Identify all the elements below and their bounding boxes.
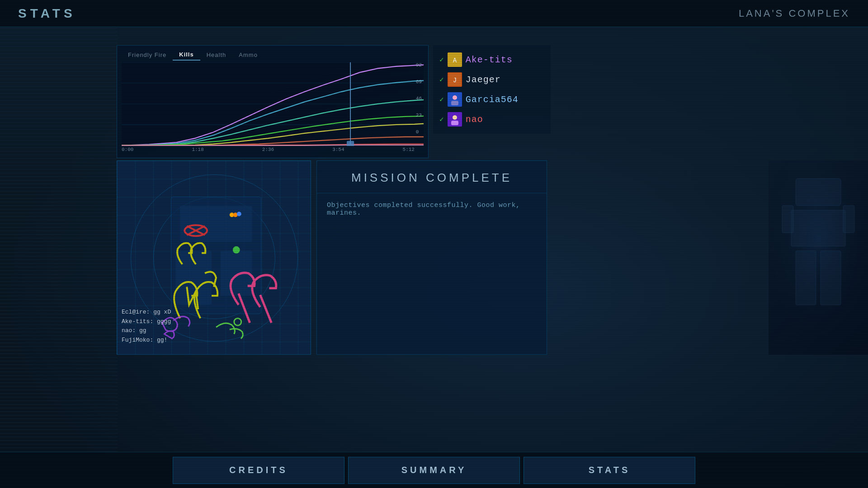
svg-rect-33 [796,178,841,206]
tab-kills[interactable]: Kills [173,49,200,61]
player-name-1: Ake-tits [466,55,513,65]
chart-area: 92 69 46 23 0 [122,62,424,146]
player-avatar-1: A [448,52,462,67]
y-label-69: 69 [416,79,422,84]
bottom-bar: CREDITS SUMMARY STATS [0,452,868,488]
player-row-2: ✓ J Jaeger [438,70,546,89]
svg-rect-17 [451,121,458,125]
mission-objective: Objectives completed successfully. Good … [317,193,547,225]
player-avatar-3 [448,92,462,107]
player-row-4: ✓ nao [438,109,546,129]
header: STATS LANA'S COMPLEX [0,0,868,27]
x-label-0: 0:00 [122,147,133,152]
chart-svg [122,62,424,146]
svg-point-31 [233,246,240,253]
svg-rect-19 [180,206,252,242]
player-check-2: ✓ [439,75,444,84]
y-axis-labels: 92 69 46 23 0 [416,62,422,135]
map-name: LANA'S COMPLEX [739,8,850,19]
tab-ammo[interactable]: Ammo [232,49,264,61]
player-row-1: ✓ A Ake-tits [438,50,546,70]
players-panel: ✓ A Ake-tits ✓ J Jaeger ✓ Garcia564 ✓ [433,45,551,134]
svg-point-30 [237,211,241,216]
player-avatar-2: J [448,72,462,87]
chat-message-3: nao: gg [122,326,171,336]
y-label-92: 92 [416,62,422,68]
player-avatar-4 [448,112,462,127]
credits-button[interactable]: CREDITS [173,457,344,484]
x-axis-labels: 0:00 1:18 2:36 3:54 5:12 [117,146,428,152]
chat-message-4: FujiMoko: gg! [122,336,171,345]
mission-title: MISSION COMPLETE [317,161,547,193]
map-section: Ecl@ire: gg xD Ake-tits: gggg nao: gg Fu… [117,160,311,355]
mission-panel: MISSION COMPLETE Objectives completed su… [316,160,547,355]
mech-silhouette [769,160,868,355]
chat-message-1: Ecl@ire: gg xD [122,308,171,317]
svg-rect-37 [796,251,816,305]
player-name-4: nao [466,114,483,125]
x-label-2: 2:36 [262,147,274,152]
player-name-2: Jaeger [466,75,501,85]
map-inner: Ecl@ire: gg xD Ake-tits: gggg nao: gg Fu… [117,161,311,354]
svg-text:A: A [453,57,457,64]
y-label-46: 46 [416,96,422,101]
y-label-0: 0 [416,129,422,135]
stats-button[interactable]: STATS [524,457,695,484]
mech-area [769,160,868,355]
chart-section: Friendly Fire Kills Health Ammo [117,45,429,158]
chat-message-2: Ake-tits: gggg [122,317,171,327]
y-label-23: 23 [416,113,422,118]
player-name-3: Garcia564 [466,94,519,105]
svg-text:J: J [453,77,456,84]
page-title: STATS [18,6,76,21]
svg-point-13 [453,95,457,100]
svg-rect-36 [843,206,854,233]
svg-rect-35 [782,206,793,233]
x-label-3: 3:54 [332,147,344,152]
x-label-1: 1:18 [192,147,203,152]
svg-point-16 [453,115,457,120]
chart-tabs: Friendly Fire Kills Health Ammo [117,46,428,62]
player-check-1: ✓ [439,55,444,64]
svg-point-27 [234,318,241,325]
player-check-4: ✓ [439,115,444,124]
player-check-3: ✓ [439,95,444,104]
player-row-3: ✓ Garcia564 [438,89,546,109]
main-content: Friendly Fire Kills Health Ammo [0,27,868,488]
tab-friendly-fire[interactable]: Friendly Fire [122,49,173,61]
chat-overlay: Ecl@ire: gg xD Ake-tits: gggg nao: gg Fu… [122,308,171,345]
svg-line-26 [260,295,272,323]
svg-rect-7 [347,141,354,146]
summary-button[interactable]: SUMMARY [348,457,520,484]
svg-rect-14 [451,101,458,105]
x-label-4: 5:12 [403,147,415,152]
svg-rect-38 [821,251,841,305]
tab-health[interactable]: Health [200,49,233,61]
svg-rect-34 [791,210,845,246]
